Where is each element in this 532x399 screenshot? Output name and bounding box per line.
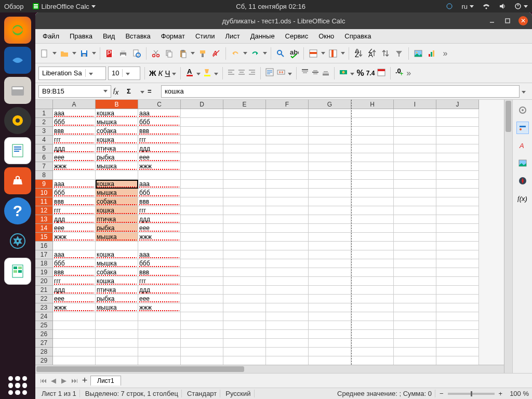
- cell[interactable]: [181, 321, 223, 330]
- zoom-in-icon[interactable]: +: [497, 390, 505, 397]
- col-header[interactable]: A: [53, 100, 96, 109]
- menu-вид[interactable]: Вид: [98, 30, 121, 42]
- cell[interactable]: [309, 259, 351, 268]
- cell[interactable]: [351, 118, 394, 127]
- cell[interactable]: жжж: [53, 162, 96, 171]
- status-mode[interactable]: Стандарт: [184, 390, 220, 397]
- highlight-dropdown[interactable]: [214, 69, 218, 77]
- col-header[interactable]: D: [181, 100, 223, 109]
- cell[interactable]: еее: [53, 153, 96, 162]
- cell[interactable]: ааа: [53, 250, 96, 259]
- cell[interactable]: [266, 144, 309, 153]
- print-preview-button[interactable]: [130, 47, 143, 60]
- cell[interactable]: [223, 250, 266, 259]
- cell[interactable]: ддд: [138, 144, 181, 153]
- cell[interactable]: жжж: [138, 303, 181, 312]
- cell[interactable]: [53, 242, 96, 250]
- print-button[interactable]: [117, 47, 129, 60]
- input-language[interactable]: ru: [461, 3, 474, 10]
- zoom-slider[interactable]: [448, 393, 495, 395]
- cell[interactable]: [351, 242, 394, 250]
- row-header[interactable]: 13: [35, 215, 53, 224]
- cell[interactable]: [266, 312, 309, 321]
- cell[interactable]: ббб: [138, 259, 181, 268]
- function-wizard-button[interactable]: fx: [113, 86, 125, 96]
- cell[interactable]: [436, 303, 479, 312]
- cell[interactable]: [351, 250, 394, 259]
- cell[interactable]: [394, 233, 436, 242]
- cell[interactable]: [266, 286, 309, 295]
- cell[interactable]: [351, 153, 394, 162]
- cell[interactable]: [181, 171, 223, 180]
- cell[interactable]: [181, 268, 223, 277]
- redo-dropdown[interactable]: [262, 47, 268, 60]
- underline-button[interactable]: Ч: [165, 69, 170, 77]
- cell[interactable]: [96, 339, 138, 348]
- sheet-tab[interactable]: Лист1: [90, 376, 121, 385]
- dock-writer[interactable]: [4, 137, 31, 164]
- cell[interactable]: [181, 189, 223, 197]
- cell[interactable]: еее: [53, 224, 96, 233]
- italic-button[interactable]: К: [158, 69, 163, 77]
- cell[interactable]: кошка: [96, 206, 138, 215]
- cell[interactable]: [266, 118, 309, 127]
- row-header[interactable]: 19: [35, 268, 53, 277]
- overview-button[interactable]: Обзор: [4, 3, 24, 10]
- cell[interactable]: ддд: [53, 144, 96, 153]
- col-header[interactable]: E: [223, 100, 266, 109]
- cell[interactable]: [181, 144, 223, 153]
- status-sheet[interactable]: Лист 1 из 1: [38, 390, 80, 397]
- cell[interactable]: [223, 348, 266, 356]
- cell[interactable]: [181, 330, 223, 339]
- dock-thunderbird[interactable]: [4, 47, 31, 74]
- cell[interactable]: [266, 162, 309, 171]
- cell[interactable]: [181, 286, 223, 295]
- cell[interactable]: [138, 171, 181, 180]
- cell[interactable]: птичка: [96, 286, 138, 295]
- row-header[interactable]: 29: [35, 356, 53, 365]
- cell[interactable]: рыбка: [96, 153, 138, 162]
- cell[interactable]: [53, 356, 96, 365]
- cell[interactable]: [436, 127, 479, 136]
- currency-button[interactable]: [339, 68, 348, 78]
- cell[interactable]: [309, 180, 351, 189]
- cell[interactable]: [223, 153, 266, 162]
- cell[interactable]: [309, 118, 351, 127]
- copy-button[interactable]: [163, 47, 176, 60]
- cell[interactable]: [223, 321, 266, 330]
- cell[interactable]: рыбка: [96, 224, 138, 233]
- power-icon[interactable]: [514, 3, 528, 10]
- cell[interactable]: [309, 268, 351, 277]
- cell[interactable]: [266, 348, 309, 356]
- cell[interactable]: [266, 136, 309, 144]
- sidebar-navigator-icon[interactable]: [516, 175, 529, 187]
- spreadsheet-grid[interactable]: ABCDEFGHIJ 1ааакошкаааа2бббмышкаббб3вввс…: [35, 100, 504, 373]
- cell[interactable]: [96, 330, 138, 339]
- cell[interactable]: ббб: [138, 118, 181, 127]
- cell[interactable]: [181, 242, 223, 250]
- cell[interactable]: [223, 277, 266, 286]
- cell[interactable]: [394, 206, 436, 215]
- cell[interactable]: [351, 127, 394, 136]
- open-button[interactable]: [58, 47, 71, 60]
- cell[interactable]: [181, 180, 223, 189]
- cell[interactable]: [266, 277, 309, 286]
- cell[interactable]: птичка: [96, 215, 138, 224]
- cell[interactable]: [394, 268, 436, 277]
- row-header[interactable]: 9: [35, 180, 53, 189]
- menu-стили[interactable]: Стили: [190, 30, 220, 42]
- dock-apps-grid[interactable]: [4, 372, 31, 399]
- row-header[interactable]: 21: [35, 286, 53, 295]
- row-header[interactable]: 20: [35, 277, 53, 286]
- cell[interactable]: [181, 295, 223, 303]
- row-header[interactable]: 17: [35, 250, 53, 259]
- cell[interactable]: [394, 339, 436, 348]
- cell[interactable]: [266, 339, 309, 348]
- cell[interactable]: кошка: [96, 180, 138, 189]
- cell[interactable]: [394, 330, 436, 339]
- cell[interactable]: [309, 197, 351, 206]
- cell[interactable]: ввв: [138, 268, 181, 277]
- cell[interactable]: [266, 356, 309, 365]
- merge-cells-button[interactable]: [276, 68, 286, 78]
- cell[interactable]: мышка: [96, 162, 138, 171]
